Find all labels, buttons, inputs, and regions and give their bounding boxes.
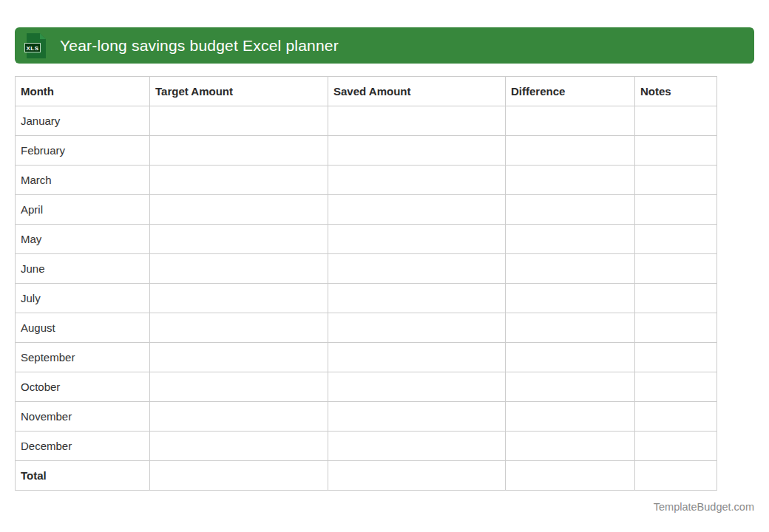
saved-amount-cell <box>328 313 506 343</box>
table-row: November <box>16 402 717 432</box>
table-row: August <box>16 313 717 343</box>
saved-amount-cell <box>328 136 506 166</box>
table-row: March <box>16 166 717 195</box>
table-row: December <box>16 432 717 461</box>
total-difference-cell <box>506 461 635 491</box>
saved-amount-cell <box>328 432 506 461</box>
notes-cell <box>635 166 717 195</box>
column-header-saved-amount: Saved Amount <box>328 77 506 106</box>
difference-cell <box>506 372 635 402</box>
difference-cell <box>506 225 635 254</box>
month-cell: September <box>16 343 150 372</box>
difference-cell <box>506 343 635 372</box>
notes-cell <box>635 432 717 461</box>
difference-cell <box>506 402 635 432</box>
site-credit: TemplateBudget.com <box>654 501 754 513</box>
saved-amount-cell <box>328 195 506 225</box>
month-cell: October <box>16 372 150 402</box>
difference-cell <box>506 136 635 166</box>
difference-cell <box>506 254 635 284</box>
total-notes-cell <box>635 461 717 491</box>
target-amount-cell <box>150 343 328 372</box>
table-row: October <box>16 372 717 402</box>
target-amount-cell <box>150 225 328 254</box>
target-amount-cell <box>150 372 328 402</box>
saved-amount-cell <box>328 225 506 254</box>
page-title: Year-long savings budget Excel planner <box>60 37 339 55</box>
difference-cell <box>506 106 635 136</box>
month-cell: May <box>16 225 150 254</box>
table-row: July <box>16 284 717 313</box>
month-cell: February <box>16 136 150 166</box>
saved-amount-cell <box>328 106 506 136</box>
table-row: April <box>16 195 717 225</box>
target-amount-cell <box>150 313 328 343</box>
total-saved-cell <box>328 461 506 491</box>
target-amount-cell <box>150 254 328 284</box>
total-target-cell <box>150 461 328 491</box>
month-cell: March <box>16 166 150 195</box>
footer: TemplateBudget.com <box>15 500 754 514</box>
target-amount-cell <box>150 432 328 461</box>
xls-file-icon: XLS <box>24 33 47 59</box>
table-row: January <box>16 106 717 136</box>
target-amount-cell <box>150 402 328 432</box>
table-header-row: Month Target Amount Saved Amount Differe… <box>16 77 717 106</box>
month-cell: June <box>16 254 150 284</box>
saved-amount-cell <box>328 402 506 432</box>
notes-cell <box>635 254 717 284</box>
saved-amount-cell <box>328 284 506 313</box>
column-header-target-amount: Target Amount <box>150 77 328 106</box>
table-row: February <box>16 136 717 166</box>
xls-icon-label: XLS <box>26 44 38 51</box>
difference-cell <box>506 313 635 343</box>
table-row: June <box>16 254 717 284</box>
month-cell: January <box>16 106 150 136</box>
column-header-difference: Difference <box>506 77 635 106</box>
notes-cell <box>635 106 717 136</box>
page: XLS Year-long savings budget Excel plann… <box>15 27 754 514</box>
notes-cell <box>635 195 717 225</box>
table-row: September <box>16 343 717 372</box>
title-bar: XLS Year-long savings budget Excel plann… <box>15 27 754 64</box>
saved-amount-cell <box>328 166 506 195</box>
table-body: JanuaryFebruaryMarchAprilMayJuneJulyAugu… <box>16 106 717 461</box>
month-cell: November <box>16 402 150 432</box>
column-header-notes: Notes <box>635 77 717 106</box>
notes-cell <box>635 136 717 166</box>
target-amount-cell <box>150 136 328 166</box>
month-cell: April <box>16 195 150 225</box>
difference-cell <box>506 432 635 461</box>
total-row: Total <box>16 461 717 491</box>
notes-cell <box>635 313 717 343</box>
month-cell: December <box>16 432 150 461</box>
saved-amount-cell <box>328 343 506 372</box>
notes-cell <box>635 343 717 372</box>
target-amount-cell <box>150 106 328 136</box>
notes-cell <box>635 402 717 432</box>
total-label-cell: Total <box>16 461 150 491</box>
notes-cell <box>635 225 717 254</box>
target-amount-cell <box>150 195 328 225</box>
saved-amount-cell <box>328 372 506 402</box>
difference-cell <box>506 195 635 225</box>
month-cell: July <box>16 284 150 313</box>
column-header-month: Month <box>16 77 150 106</box>
table-row: May <box>16 225 717 254</box>
difference-cell <box>506 284 635 313</box>
target-amount-cell <box>150 284 328 313</box>
saved-amount-cell <box>328 254 506 284</box>
difference-cell <box>506 166 635 195</box>
budget-table: Month Target Amount Saved Amount Differe… <box>15 76 717 491</box>
notes-cell <box>635 284 717 313</box>
target-amount-cell <box>150 166 328 195</box>
month-cell: August <box>16 313 150 343</box>
notes-cell <box>635 372 717 402</box>
